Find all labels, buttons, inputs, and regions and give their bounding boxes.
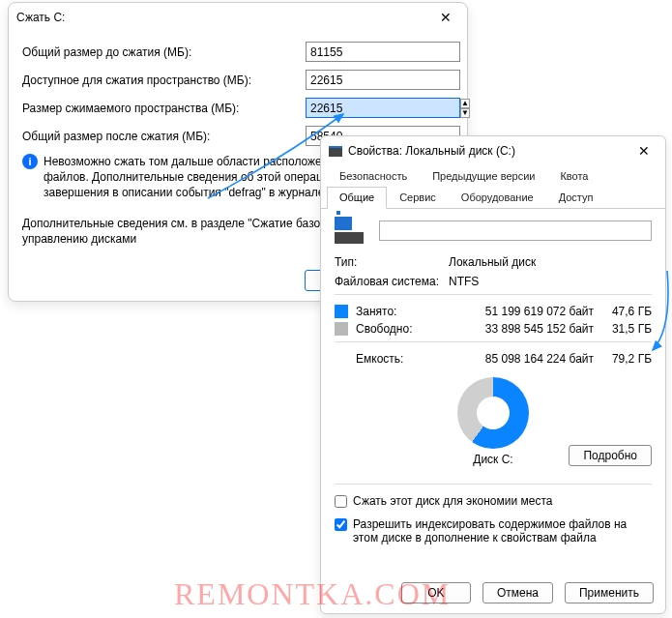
disk-icon xyxy=(335,232,364,244)
spin-up-icon[interactable]: ▲ xyxy=(460,99,470,108)
index-row: Разрешить индексировать содержимое файло… xyxy=(335,517,652,544)
volume-name-input[interactable] xyxy=(379,221,652,241)
row-amount: Размер сжимаемого пространства (МБ): ▲ ▼ xyxy=(22,98,453,118)
label-avail: Доступное для сжатия пространство (МБ): xyxy=(22,74,306,87)
input-avail xyxy=(306,70,460,90)
fs-key: Файловая система: xyxy=(335,275,449,288)
tabs: Безопасность Предыдущие версии Квота Общ… xyxy=(321,165,665,209)
input-amount[interactable] xyxy=(306,98,460,118)
label-before: Общий размер до сжатия (МБ): xyxy=(22,45,306,59)
cap-key: Емкость: xyxy=(356,352,431,366)
cap-gb: 79,2 ГБ xyxy=(594,352,652,366)
tab-quota[interactable]: Квота xyxy=(547,165,600,187)
properties-dialog: Свойства: Локальный диск (C:) ✕ Безопасн… xyxy=(320,135,666,614)
drive-icon xyxy=(329,146,342,157)
ok-button[interactable]: OK xyxy=(401,582,471,603)
info-icon: i xyxy=(22,154,38,169)
cap-bytes: 85 098 164 224 байт xyxy=(431,352,594,366)
tab-sharing[interactable]: Доступ xyxy=(546,187,606,208)
used-bytes: 51 199 619 072 байт xyxy=(431,305,594,318)
tab-previous-versions[interactable]: Предыдущие версии xyxy=(420,165,547,187)
used-row: Занято: 51 199 619 072 байт 47,6 ГБ xyxy=(335,305,652,318)
close-icon[interactable]: ✕ xyxy=(630,143,657,159)
spin-down-icon[interactable]: ▼ xyxy=(460,108,470,118)
close-icon[interactable]: ✕ xyxy=(432,10,459,25)
tab-tools[interactable]: Сервис xyxy=(387,187,449,208)
label-after: Общий размер после сжатия (МБ): xyxy=(22,130,306,143)
cancel-button[interactable]: Отмена xyxy=(482,582,553,603)
free-key: Свободно: xyxy=(356,322,431,336)
free-bytes: 33 898 545 152 байт xyxy=(431,322,594,336)
capacity-row: Емкость: 85 098 164 224 байт 79,2 ГБ xyxy=(335,352,652,366)
detail-button[interactable]: Подробно xyxy=(569,445,652,466)
type-key: Тип: xyxy=(335,255,449,269)
type-val: Локальный диск xyxy=(449,255,652,269)
row-before: Общий размер до сжатия (МБ): xyxy=(22,42,453,62)
free-row: Свободно: 33 898 545 152 байт 31,5 ГБ xyxy=(335,322,652,336)
free-swatch-icon xyxy=(335,322,348,336)
props-title: Свойства: Локальный диск (C:) xyxy=(348,144,515,158)
tab-security[interactable]: Безопасность xyxy=(327,165,420,187)
compress-checkbox[interactable] xyxy=(335,495,347,508)
fs-val: NTFS xyxy=(449,275,652,288)
tab-general[interactable]: Общие xyxy=(327,187,387,209)
input-before xyxy=(306,42,460,62)
label-amount: Размер сжимаемого пространства (МБ): xyxy=(22,102,306,115)
free-gb: 31,5 ГБ xyxy=(594,322,652,336)
amount-spinner: ▲ ▼ xyxy=(460,99,470,118)
compress-label: Сжать этот диск для экономии места xyxy=(353,494,552,508)
props-titlebar: Свойства: Локальный диск (C:) ✕ xyxy=(321,136,665,165)
row-avail: Доступное для сжатия пространство (МБ): xyxy=(22,70,453,90)
apply-button[interactable]: Применить xyxy=(565,582,654,603)
shrink-title: Сжать C: xyxy=(16,11,65,24)
windows-icon xyxy=(335,217,352,230)
volume-row xyxy=(335,217,652,244)
shrink-titlebar: Сжать C: ✕ xyxy=(9,3,467,32)
index-checkbox[interactable] xyxy=(335,518,347,531)
used-gb: 47,6 ГБ xyxy=(594,305,652,318)
index-label: Разрешить индексировать содержимое файло… xyxy=(353,517,652,544)
compress-row: Сжать этот диск для экономии места xyxy=(335,494,652,508)
used-key: Занято: xyxy=(356,305,431,318)
used-swatch-icon xyxy=(335,305,348,318)
usage-pie-chart xyxy=(457,377,529,449)
tab-hardware[interactable]: Оборудование xyxy=(449,187,546,208)
